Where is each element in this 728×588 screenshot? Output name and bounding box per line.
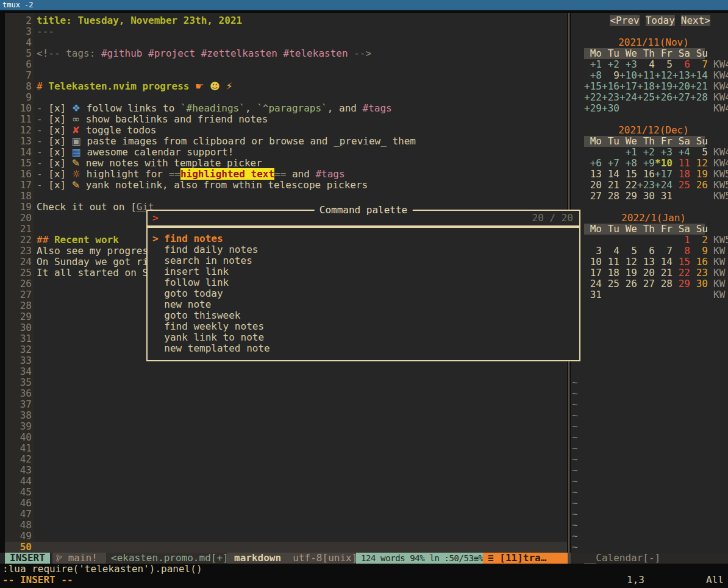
calendar-day[interactable]: 4 xyxy=(602,246,619,257)
calendar-day[interactable]: +21 xyxy=(690,81,708,92)
calendar-day[interactable]: 15 xyxy=(673,257,690,267)
calendar-day[interactable]: 31 xyxy=(655,191,673,202)
calendar-day[interactable]: 28 xyxy=(602,191,619,202)
calendar-day[interactable]: +29 xyxy=(584,103,602,114)
command-palette-prompt[interactable]: Command palette > 20 / 20 xyxy=(146,210,580,227)
calendar-day[interactable]: +1 xyxy=(619,147,637,158)
calendar-day[interactable]: 30 xyxy=(690,278,708,289)
palette-item[interactable]: goto thisweek xyxy=(152,310,241,321)
calendar-day[interactable]: +22 xyxy=(584,92,602,103)
calendar-day[interactable]: 26 xyxy=(619,278,637,289)
calendar-day[interactable]: +30 xyxy=(602,103,619,114)
calendar-day[interactable]: +11 xyxy=(637,70,655,81)
calendar-day[interactable]: 20 xyxy=(637,267,655,278)
calendar-day[interactable]: 1 xyxy=(673,235,690,246)
palette-item[interactable]: new note xyxy=(152,299,211,310)
calendar-day[interactable]: 29 xyxy=(673,278,690,289)
calendar-day[interactable]: 19 xyxy=(690,169,708,180)
calendar-day[interactable]: +16 xyxy=(602,81,619,92)
prev-button[interactable]: <Prev xyxy=(610,15,639,26)
calendar-day[interactable]: 8 xyxy=(673,246,690,257)
calendar-day[interactable]: 15 xyxy=(619,169,637,180)
calendar-day[interactable]: 26 xyxy=(690,180,708,191)
calendar-day[interactable]: 23 xyxy=(690,267,708,278)
calendar-day[interactable]: 18 xyxy=(602,267,619,278)
calendar-day[interactable]: 12 xyxy=(619,257,637,267)
calendar-day[interactable]: +10 xyxy=(619,70,637,81)
calendar-day[interactable]: 6 xyxy=(673,59,690,70)
calendar-day[interactable]: 21 xyxy=(655,267,673,278)
calendar-day[interactable]: 28 xyxy=(655,278,673,289)
calendar-day[interactable]: +12 xyxy=(655,70,673,81)
calendar-day[interactable]: +9 xyxy=(637,158,655,169)
calendar-day[interactable]: 5 xyxy=(619,246,637,257)
calendar-day[interactable]: +13 xyxy=(673,70,690,81)
calendar-day[interactable]: +8 xyxy=(584,70,602,81)
calendar-day[interactable]: +8 xyxy=(619,158,637,169)
calendar-day[interactable]: 2 xyxy=(690,235,708,246)
calendar-day[interactable]: +20 xyxy=(673,81,690,92)
calendar-day[interactable]: 17 xyxy=(584,267,602,278)
calendar-day[interactable]: 6 xyxy=(637,246,655,257)
calendar-day[interactable]: +17 xyxy=(619,81,637,92)
calendar-day[interactable]: 5 xyxy=(655,59,673,70)
calendar-day[interactable]: 18 xyxy=(673,169,690,180)
calendar-window[interactable]: <PrevTodayNext> 2021/11(Nov)MoTuWeThFrSa… xyxy=(571,13,728,553)
calendar-day[interactable]: 10 xyxy=(584,257,602,267)
palette-item[interactable]: new templated note xyxy=(152,343,270,354)
calendar-day[interactable]: +25 xyxy=(637,92,655,103)
calendar-day[interactable]: +23 xyxy=(637,180,655,191)
calendar-day[interactable]: 25 xyxy=(673,180,690,191)
palette-item[interactable]: > find notes xyxy=(152,233,223,244)
calendar-day[interactable]: 22 xyxy=(619,180,637,191)
calendar-day[interactable]: 4 xyxy=(637,59,655,70)
command-palette-results[interactable]: > find notes find daily notes search in … xyxy=(146,227,580,361)
calendar-day[interactable]: +2 xyxy=(637,147,655,158)
calendar-day[interactable]: 27 xyxy=(584,191,602,202)
today-button[interactable]: Today xyxy=(646,15,675,26)
calendar-day[interactable]: +7 xyxy=(602,158,619,169)
calendar-day[interactable]: 31 xyxy=(584,289,602,300)
calendar-day[interactable]: +3 xyxy=(655,147,673,158)
calendar-day[interactable]: +18 xyxy=(637,81,655,92)
calendar-day[interactable]: 16 xyxy=(690,257,708,267)
calendar-day[interactable]: +6 xyxy=(584,158,602,169)
calendar-day[interactable]: +15 xyxy=(584,81,602,92)
calendar-day[interactable]: 29 xyxy=(619,191,637,202)
palette-item[interactable]: yank link to note xyxy=(152,332,264,343)
palette-item[interactable]: follow link xyxy=(152,277,229,288)
calendar-day[interactable]: 20 xyxy=(584,180,602,191)
calendar-day[interactable]: 13 xyxy=(637,257,655,267)
calendar-day[interactable]: 14 xyxy=(655,257,673,267)
calendar-day[interactable]: 9 xyxy=(602,70,619,81)
calendar-day[interactable]: 7 xyxy=(655,246,673,257)
palette-item[interactable]: find weekly notes xyxy=(152,321,264,332)
palette-item[interactable]: search in notes xyxy=(152,255,252,266)
calendar-day[interactable]: 21 xyxy=(602,180,619,191)
calendar-day[interactable]: +28 xyxy=(690,92,708,103)
calendar-day[interactable]: 14 xyxy=(602,169,619,180)
palette-item[interactable]: find daily notes xyxy=(152,244,258,255)
calendar-day[interactable]: 25 xyxy=(602,278,619,289)
calendar-day[interactable]: +27 xyxy=(673,92,690,103)
calendar-day[interactable]: 7 xyxy=(690,59,708,70)
calendar-day[interactable]: +24 xyxy=(655,180,673,191)
calendar-day[interactable]: 16 xyxy=(637,169,655,180)
tab-indicator-segment[interactable]: ≡ [11]tra… xyxy=(483,553,568,564)
calendar-day[interactable]: +3 xyxy=(619,59,637,70)
palette-item[interactable]: goto today xyxy=(152,288,223,299)
calendar-day[interactable]: 13 xyxy=(584,169,602,180)
calendar-day[interactable]: 3 xyxy=(584,246,602,257)
calendar-day[interactable]: 19 xyxy=(619,267,637,278)
command-line[interactable]: :lua require('telekasten').panel() xyxy=(2,564,202,575)
calendar-day[interactable]: +24 xyxy=(619,92,637,103)
calendar-day[interactable]: 11 xyxy=(673,158,690,169)
calendar-day[interactable]: 9 xyxy=(690,246,708,257)
calendar-day[interactable]: 30 xyxy=(637,191,655,202)
calendar-day[interactable]: *10 xyxy=(655,158,673,169)
next-button[interactable]: Next> xyxy=(681,15,710,26)
calendar-day[interactable]: +19 xyxy=(655,81,673,92)
calendar-day[interactable]: 12 xyxy=(690,158,708,169)
calendar-day[interactable]: +4 xyxy=(673,147,690,158)
calendar-day[interactable]: 24 xyxy=(584,278,602,289)
